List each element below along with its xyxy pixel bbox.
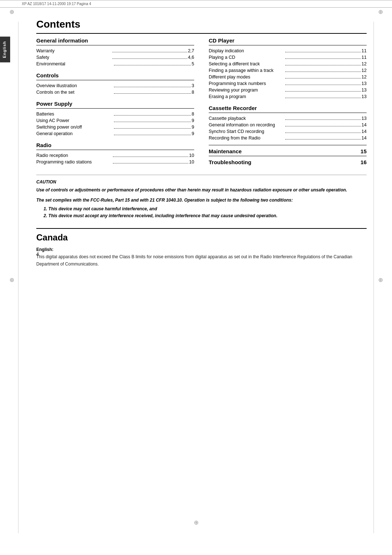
section-cd-player: CD Player xyxy=(209,37,367,45)
entry-warranty: Warranty xyxy=(36,48,111,53)
page-rec-radio: 14 xyxy=(362,135,367,141)
entry-gen-info-rec: General information on recording xyxy=(209,122,285,127)
toc-entry-general-op: General operation 9 xyxy=(36,130,194,137)
toc-entry-programming-radio: Programming radio stations 10 xyxy=(36,159,194,165)
page-radio-reception: 10 xyxy=(189,153,194,158)
dots-play-modes xyxy=(285,78,361,78)
toc-entry-finding-passage: Finding a passage within a track 12 xyxy=(209,67,367,74)
dots-erasing xyxy=(285,98,361,98)
dots-overview xyxy=(114,87,191,87)
dots-safety xyxy=(112,58,187,59)
dots-select-track xyxy=(285,65,361,65)
dots-environmental xyxy=(114,65,191,65)
page-maintenance: 15 xyxy=(360,148,367,154)
page-controls-set: 8 xyxy=(192,90,194,95)
entry-switching: Switching power on/off xyxy=(36,125,113,130)
toc-entry-prog-track: Programming track numbers 13 xyxy=(209,80,367,87)
page-playing-cd: 11 xyxy=(362,55,367,60)
main-content: English Contents General information War… xyxy=(0,8,392,279)
toc-entry-display: Display indication 11 xyxy=(209,48,367,54)
page-reviewing: 13 xyxy=(362,88,367,93)
top-strip: XP AZ 1018/17 14-11-2000 19:17 Pagina 4 xyxy=(0,0,392,8)
toc-entry-environmental: Environmental 5 xyxy=(36,61,194,67)
page-prog-track: 13 xyxy=(362,81,367,86)
entry-batteries: Batteries xyxy=(36,112,113,117)
page-gen-info-rec: 14 xyxy=(362,122,367,127)
toc-entry-warranty: Warranty 2,7 xyxy=(36,48,194,54)
page-select-track: 12 xyxy=(362,61,367,66)
dots-ac-power xyxy=(114,122,191,122)
caution-section: CAUTION Use of controls or adjustments o… xyxy=(36,175,367,219)
caution-item-2: 2. This device must accept any interfere… xyxy=(44,212,367,219)
toc-right: CD Player Display indication 11 Playing … xyxy=(209,37,367,166)
entry-programming-radio: Programming radio stations xyxy=(36,159,112,165)
canada-english-label: English: xyxy=(36,247,367,252)
page-environmental: 5 xyxy=(192,61,194,66)
entry-cassette-playback: Cassette playback xyxy=(209,116,285,121)
page-warranty: 2,7 xyxy=(188,48,194,53)
page-ac-power: 9 xyxy=(192,118,194,123)
toc-entry-gen-info-rec: General information on recording 14 xyxy=(209,122,367,128)
page-display: 11 xyxy=(362,48,367,53)
toc-entry-cassette-playback: Cassette playback 13 xyxy=(209,115,367,122)
page-synchro: 14 xyxy=(362,129,367,134)
dots-gen-info-rec xyxy=(285,126,361,126)
toc-entry-radio-reception: Radio reception 10 xyxy=(36,152,194,159)
entry-select-track: Selecting a different track xyxy=(209,61,285,66)
toc-entry-batteries: Batteries 8 xyxy=(36,111,194,117)
page-play-modes: 12 xyxy=(362,74,367,80)
section-power-supply: Power Supply xyxy=(36,101,194,109)
entry-play-modes: Different play modes xyxy=(209,74,285,80)
entry-erasing: Erasing a program xyxy=(209,94,285,99)
page-number: 4 xyxy=(36,251,39,257)
section-general-information: General information xyxy=(36,37,194,45)
section-controls: Controls xyxy=(36,72,194,80)
caution-title: CAUTION xyxy=(36,179,367,185)
page-batteries: 8 xyxy=(192,112,194,117)
toc-entry-overview: Overview illustration 3 xyxy=(36,82,194,89)
toc-entry-troubleshooting: Troubleshooting 16 xyxy=(209,156,367,166)
page-general-op: 9 xyxy=(192,131,194,136)
entry-overview: Overview illustration xyxy=(36,83,113,88)
toc-entry-play-modes: Different play modes 12 xyxy=(209,74,367,80)
dots-warranty xyxy=(112,52,187,52)
toc-entry-safety: Safety 4,6 xyxy=(36,54,194,61)
toc-columns: General information Warranty 2,7 Safety … xyxy=(36,37,367,166)
entry-radio-reception: Radio reception xyxy=(36,153,112,158)
dots-switching xyxy=(114,128,191,129)
caution-list: 1. This device may not cause harmful int… xyxy=(36,206,367,219)
entry-prog-track: Programming track numbers xyxy=(209,81,285,86)
toc-entry-erasing: Erasing a program 13 xyxy=(209,93,367,100)
entry-rec-radio: Recording from the Radio xyxy=(209,135,285,141)
page-title: Contents xyxy=(36,19,367,34)
canada-text: This digital apparatus does not exceed t… xyxy=(36,254,367,267)
dots-prog-track xyxy=(285,85,361,85)
toc-entry-ac-power: Using AC Power 9 xyxy=(36,117,194,124)
toc-entry-playing-cd: Playing a CD 11 xyxy=(209,54,367,61)
toc-entry-maintenance: Maintenance 15 xyxy=(209,145,367,155)
toc-left: General information Warranty 2,7 Safety … xyxy=(36,37,194,166)
entry-finding-passage: Finding a passage within a track xyxy=(209,68,285,73)
dots-batteries xyxy=(114,115,191,116)
entry-safety: Safety xyxy=(36,55,111,60)
toc-entry-select-track: Selecting a different track 12 xyxy=(209,61,367,67)
toc-entry-switching: Switching power on/off 9 xyxy=(36,124,194,130)
header-text: XP AZ 1018/17 14-11-2000 19:17 Pagina 4 xyxy=(22,2,91,6)
dots-radio-reception xyxy=(113,157,189,157)
english-tab: English xyxy=(0,37,10,62)
page-programming-radio: 10 xyxy=(189,159,194,165)
dots-display xyxy=(285,52,361,52)
entry-playing-cd: Playing a CD xyxy=(209,55,285,60)
entry-maintenance: Maintenance xyxy=(209,148,360,154)
page-troubleshooting: 16 xyxy=(360,159,367,165)
page-erasing: 13 xyxy=(362,94,367,99)
toc-entry-synchro: Synchro Start CD recording 14 xyxy=(209,128,367,135)
canada-section: Canada English: This digital apparatus d… xyxy=(36,228,367,267)
entry-environmental: Environmental xyxy=(36,61,113,66)
page-switching: 9 xyxy=(192,125,194,130)
dots-synchro xyxy=(285,133,361,133)
toc-entry-rec-radio: Recording from the Radio 14 xyxy=(209,135,367,141)
toc-entry-controls-set: Controls on the set 8 xyxy=(36,89,194,96)
dots-programming-radio xyxy=(113,163,189,163)
entry-general-op: General operation xyxy=(36,131,113,136)
